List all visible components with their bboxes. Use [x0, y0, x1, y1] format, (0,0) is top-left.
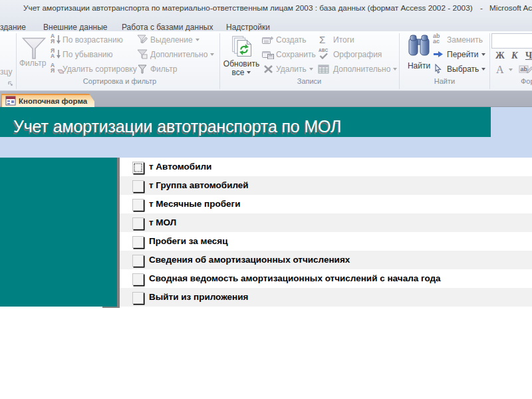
svg-text:ab: ab: [521, 66, 528, 72]
